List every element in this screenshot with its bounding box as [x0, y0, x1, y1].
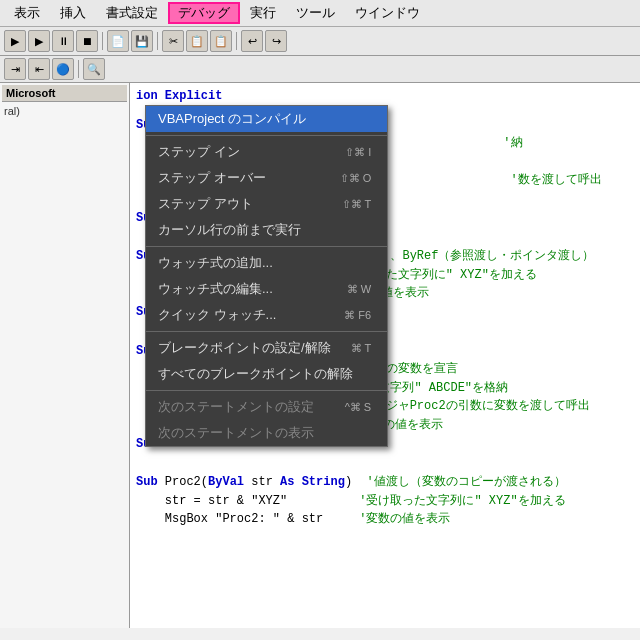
paste-button[interactable]: 📋 — [210, 30, 232, 52]
indent-button[interactable]: ⇥ — [4, 58, 26, 80]
ctx-run-to-cursor[interactable]: カーソル行の前まで実行 — [146, 217, 387, 243]
sep1 — [102, 32, 103, 50]
menu-bar: 表示 挿入 書式設定 デバッグ 実行 ツール ウインドウ — [0, 0, 640, 26]
sep2 — [157, 32, 158, 50]
cut-button[interactable]: ✂ — [162, 30, 184, 52]
option-line: ion Explicit — [136, 87, 634, 106]
ctx-add-watch[interactable]: ウォッチ式の追加... — [146, 250, 387, 276]
ctx-sep2 — [146, 246, 387, 247]
ctx-step-out[interactable]: ステップ アウト ⇧⌘ T — [146, 191, 387, 217]
copy-button[interactable]: 📋 — [186, 30, 208, 52]
menu-insert[interactable]: 挿入 — [50, 2, 96, 24]
redo-button[interactable]: ↪ — [265, 30, 287, 52]
ide-window: 表示 挿入 書式設定 デバッグ 実行 ツール ウインドウ ▶ ▶ ⏸ ⏹ 📄 💾… — [0, 0, 640, 640]
menu-view[interactable]: 表示 — [4, 2, 50, 24]
undo-button[interactable]: ↩ — [241, 30, 263, 52]
continue-button[interactable]: ▶ — [28, 30, 50, 52]
ctx-step-in[interactable]: ステップ イン ⇧⌘ I — [146, 139, 387, 165]
ctx-clear-all-breakpoints[interactable]: すべてのブレークポイントの解除 — [146, 361, 387, 387]
context-menu-overlay: VBAProject のコンパイル ステップ イン ⇧⌘ I ステップ オーバー… — [145, 105, 388, 447]
menu-run[interactable]: 実行 — [240, 2, 286, 24]
ctx-quick-watch[interactable]: クイック ウォッチ... ⌘ F6 — [146, 302, 387, 328]
left-panel-content: ral) — [2, 104, 127, 118]
save-button[interactable]: 💾 — [131, 30, 153, 52]
ctx-edit-watch[interactable]: ウォッチ式の編集... ⌘ W — [146, 276, 387, 302]
code-line: str = str & "XYZ" '受け取った文字列に" XYZ"を加える — [136, 492, 634, 511]
ctx-sep3 — [146, 331, 387, 332]
content-area: Microsoft ral) ion Explicit Sub Sample1(… — [0, 83, 640, 628]
toolbar-secondary: ⇥ ⇤ 🔵 🔍 — [0, 56, 640, 83]
new-button[interactable]: 📄 — [107, 30, 129, 52]
run-button[interactable]: ▶ — [4, 30, 26, 52]
code-line: MsgBox "Proc2: " & str '変数の値を表示 — [136, 510, 634, 529]
menu-debug[interactable]: デバッグ — [168, 2, 240, 24]
sep4 — [78, 60, 79, 78]
ctx-show-next-statement: 次のステートメントの表示 — [146, 420, 387, 446]
menu-bar-container: 表示 挿入 書式設定 デバッグ 実行 ツール ウインドウ — [0, 0, 640, 27]
menu-window[interactable]: ウインドウ — [345, 2, 430, 24]
left-panel-title: Microsoft — [2, 85, 127, 102]
ctx-sep4 — [146, 390, 387, 391]
code-line: Sub Proc2(ByVal str As String) '値渡し（変数のコ… — [136, 473, 634, 492]
outdent-button[interactable]: ⇤ — [28, 58, 50, 80]
ctx-compile[interactable]: VBAProject のコンパイル — [146, 106, 387, 132]
ctx-step-over[interactable]: ステップ オーバー ⇧⌘ O — [146, 165, 387, 191]
breakpoint-button[interactable]: 🔵 — [52, 58, 74, 80]
context-menu: VBAProject のコンパイル ステップ イン ⇧⌘ I ステップ オーバー… — [145, 105, 388, 447]
toolbar-primary: ▶ ▶ ⏸ ⏹ 📄 💾 ✂ 📋 📋 ↩ ↪ — [0, 27, 640, 56]
find-button[interactable]: 🔍 — [83, 58, 105, 80]
pause-button[interactable]: ⏸ — [52, 30, 74, 52]
ctx-set-next-statement: 次のステートメントの設定 ^⌘ S — [146, 394, 387, 420]
menu-format[interactable]: 書式設定 — [96, 2, 168, 24]
menu-tools[interactable]: ツール — [286, 2, 345, 24]
stop-button[interactable]: ⏹ — [76, 30, 98, 52]
ctx-toggle-breakpoint[interactable]: ブレークポイントの設定/解除 ⌘ T — [146, 335, 387, 361]
ctx-sep — [146, 135, 387, 136]
left-panel: Microsoft ral) — [0, 83, 130, 628]
sep3 — [236, 32, 237, 50]
